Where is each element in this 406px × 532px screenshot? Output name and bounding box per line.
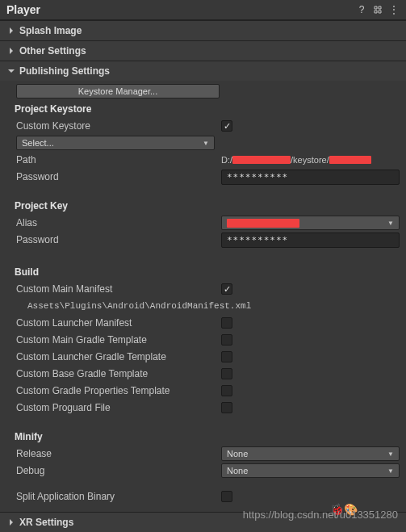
label-keystore-password: Password xyxy=(16,171,221,182)
row-key-password: Password ********** xyxy=(16,232,400,248)
label-release: Release xyxy=(16,448,221,459)
panel-header: Player ? ⋮ xyxy=(0,0,406,20)
row-custom-launcher-gradle: Custom Launcher Gradle Template xyxy=(16,349,400,365)
checkbox-split-binary[interactable] xyxy=(221,491,232,502)
label-custom-gradle-props: Custom Gradle Properties Template xyxy=(16,385,221,396)
header-icons: ? ⋮ xyxy=(356,4,400,15)
section-splash: Splash Image xyxy=(0,20,406,40)
project-key-title: Project Key xyxy=(15,200,400,212)
label-custom-launcher-manifest: Custom Launcher Manifest xyxy=(16,317,221,329)
checkbox-custom-base-gradle[interactable] xyxy=(221,368,232,379)
label-custom-proguard: Custom Proguard File xyxy=(16,402,221,413)
foldout-right-icon xyxy=(6,26,16,36)
row-custom-gradle-props: Custom Gradle Properties Template xyxy=(16,383,400,399)
checkbox-custom-main-gradle[interactable] xyxy=(221,334,232,346)
chevron-down-icon: ▼ xyxy=(387,467,394,475)
label-alias: Alias xyxy=(16,217,221,228)
row-keystore-password: Password ********** xyxy=(16,169,400,185)
checkbox-custom-keystore[interactable] xyxy=(221,120,232,132)
dropdown-select-keystore[interactable]: Select... ▼ xyxy=(16,136,215,150)
section-header-publishing[interactable]: Publishing Settings xyxy=(0,61,406,81)
row-split-binary: Split Application Binary xyxy=(16,488,400,505)
debug-value: None xyxy=(227,466,248,475)
keystore-manager-button[interactable]: Keystore Manager... xyxy=(16,84,220,98)
label-custom-main-manifest: Custom Main Manifest xyxy=(16,283,221,295)
checkbox-custom-main-manifest[interactable] xyxy=(221,283,232,295)
section-publishing: Publishing Settings Keystore Manager... … xyxy=(0,61,406,512)
redacted-text xyxy=(227,219,299,228)
label-path: Path xyxy=(16,154,221,165)
section-title-other: Other Settings xyxy=(19,45,86,57)
build-title: Build xyxy=(15,266,400,278)
label-custom-launcher-gradle: Custom Launcher Gradle Template xyxy=(16,351,221,362)
help-icon[interactable]: ? xyxy=(356,4,367,15)
manifest-path: Assets\Plugins\Android\AndroidManifest.x… xyxy=(27,301,251,311)
foldout-down-icon xyxy=(6,66,16,76)
dropdown-alias[interactable]: ▼ xyxy=(221,216,400,230)
label-split-binary: Split Application Binary xyxy=(16,491,221,502)
row-custom-main-manifest: Custom Main Manifest xyxy=(16,281,400,297)
chevron-down-icon: ▼ xyxy=(387,220,394,227)
section-xr: XR Settings xyxy=(0,512,406,532)
section-header-splash[interactable]: Splash Image xyxy=(0,21,406,40)
row-custom-launcher-manifest: Custom Launcher Manifest xyxy=(16,315,400,331)
dropdown-select-text: Select... xyxy=(22,138,54,148)
row-alias: Alias ▼ xyxy=(16,215,400,231)
dropdown-release[interactable]: None ▼ xyxy=(221,446,400,461)
section-other: Other Settings xyxy=(0,40,406,61)
path-value: D://keystore/ xyxy=(221,155,400,165)
row-path: Path D://keystore/ xyxy=(16,152,400,168)
chevron-down-icon: ▼ xyxy=(387,450,394,458)
row-custom-main-gradle: Custom Main Gradle Template xyxy=(16,332,400,348)
publishing-body: Keystore Manager... Project Keystore Cus… xyxy=(0,81,406,512)
release-value: None xyxy=(227,449,248,459)
label-custom-keystore: Custom Keystore xyxy=(16,120,221,132)
section-header-other[interactable]: Other Settings xyxy=(0,41,406,61)
foldout-right-icon xyxy=(6,46,16,56)
dropdown-debug[interactable]: None ▼ xyxy=(221,463,400,478)
section-title-xr: XR Settings xyxy=(19,517,73,528)
row-manifest-path: Assets\Plugins\Android\AndroidManifest.x… xyxy=(16,298,400,314)
project-keystore-title: Project Keystore xyxy=(15,103,400,115)
label-custom-base-gradle: Custom Base Gradle Template xyxy=(16,368,221,379)
chevron-down-icon: ▼ xyxy=(203,140,209,147)
label-debug: Debug xyxy=(16,465,221,476)
redacted-text xyxy=(232,156,291,164)
row-select-keystore: Select... ▼ xyxy=(16,135,400,151)
row-custom-base-gradle: Custom Base Gradle Template xyxy=(16,366,400,382)
row-release: Release None ▼ xyxy=(16,446,400,462)
minify-title: Minify xyxy=(15,431,400,442)
label-custom-main-gradle: Custom Main Gradle Template xyxy=(16,334,221,346)
input-keystore-password[interactable]: ********** xyxy=(221,170,400,185)
foldout-right-icon xyxy=(6,517,16,527)
panel-title: Player xyxy=(6,3,40,16)
menu-icon[interactable]: ⋮ xyxy=(388,4,400,15)
section-title-splash: Splash Image xyxy=(19,25,82,36)
label-key-password: Password xyxy=(16,234,221,245)
input-key-password[interactable]: ********** xyxy=(221,232,400,248)
checkbox-custom-launcher-gradle[interactable] xyxy=(221,351,232,362)
section-header-xr[interactable]: XR Settings xyxy=(0,513,406,532)
row-custom-proguard: Custom Proguard File xyxy=(16,400,400,416)
row-custom-keystore: Custom Keystore xyxy=(16,118,400,134)
alias-value xyxy=(227,218,299,228)
section-title-publishing: Publishing Settings xyxy=(19,65,110,77)
presets-icon[interactable] xyxy=(372,4,383,15)
checkbox-custom-proguard[interactable] xyxy=(221,402,232,413)
checkbox-custom-gradle-props[interactable] xyxy=(221,385,232,396)
redacted-text xyxy=(329,156,371,164)
checkbox-custom-launcher-manifest[interactable] xyxy=(221,317,232,329)
row-debug: Debug None ▼ xyxy=(16,463,400,479)
